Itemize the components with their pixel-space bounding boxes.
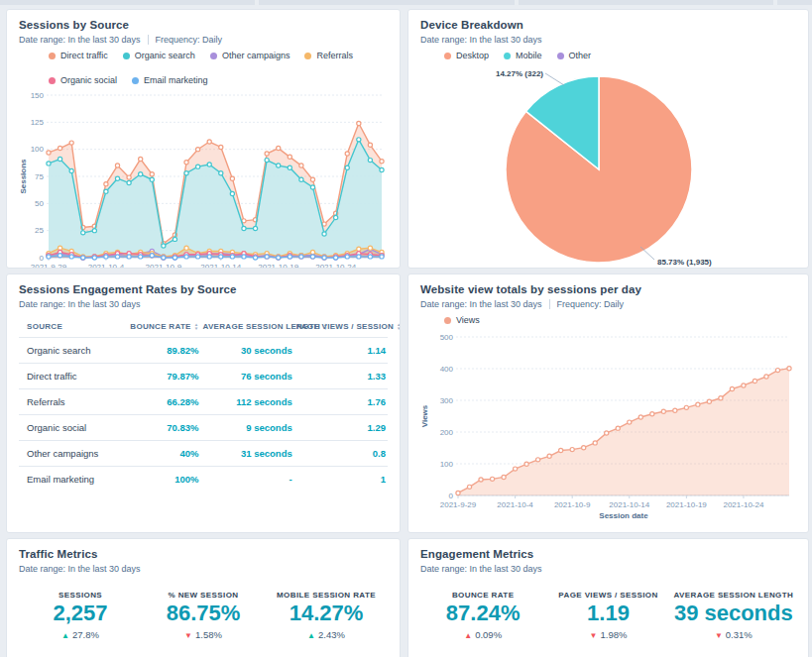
sessions-area-chart: 02550751001251502021-9-292021-10-42021-1… bbox=[19, 87, 388, 269]
legend-label: Email marketing bbox=[144, 75, 208, 85]
panel-subtitle: Date range: In the last 30 days Frequenc… bbox=[19, 35, 388, 45]
legend-dot-icon bbox=[132, 77, 139, 84]
legend-item-referrals[interactable]: Referrals bbox=[304, 51, 353, 60]
svg-text:Views: Views bbox=[420, 404, 429, 427]
svg-text:75: 75 bbox=[35, 172, 44, 181]
chart-legend: DesktopMobileOther bbox=[444, 51, 796, 60]
legend-label: Mobile bbox=[516, 51, 542, 60]
toolbar-segment bbox=[259, 0, 515, 5]
value-cell: 66.28% bbox=[107, 389, 200, 415]
chart-legend: Views bbox=[444, 315, 796, 325]
toolbar-segment bbox=[519, 0, 773, 5]
svg-text:125: 125 bbox=[31, 118, 45, 127]
pie-callout-desktop: 85.73% (1,935) bbox=[657, 258, 712, 267]
legend-item-other-campaigns[interactable]: Other campaigns bbox=[210, 51, 290, 60]
metrics-row: SESSIONS2,257▲27.8%% NEW SESSION86.75%▼1… bbox=[19, 591, 388, 640]
value-cell: 1.76 bbox=[294, 389, 388, 415]
top-toolbar-edge bbox=[0, 0, 812, 5]
metric-average-session-length: AVERAGE SESSION LENGTH39 seconds▼0.31% bbox=[671, 591, 796, 640]
up-arrow-icon: ▲ bbox=[464, 631, 472, 640]
metric-delta: ▼1.98% bbox=[545, 629, 670, 640]
column-header-page-views-session[interactable]: PAGE VIEWS / SESSION▲▼ bbox=[294, 316, 388, 338]
panel-title: Traffic Metrics bbox=[19, 548, 388, 560]
legend-dot-icon bbox=[123, 53, 130, 59]
metric-label: % NEW SESSION bbox=[142, 591, 265, 600]
legend-item-email-marketing[interactable]: Email marketing bbox=[132, 75, 208, 85]
panel-subtitle: Date range: In the last 30 days Frequenc… bbox=[420, 299, 796, 309]
svg-text:2021-10-9: 2021-10-9 bbox=[554, 500, 591, 509]
subtitle-divider bbox=[148, 35, 149, 45]
legend-dot-icon bbox=[444, 53, 451, 59]
value-cell: 112 seconds bbox=[201, 389, 294, 415]
toolbar-segment bbox=[0, 0, 255, 5]
metric-delta: ▼0.31% bbox=[671, 629, 796, 640]
source-cell: Direct traffic bbox=[19, 364, 107, 389]
metric--new-session: % NEW SESSION86.75%▼1.58% bbox=[142, 591, 265, 640]
legend-label: Views bbox=[456, 315, 480, 325]
legend-label: Direct traffic bbox=[60, 51, 108, 60]
date-range-label: Date range: In the last 30 days bbox=[420, 564, 542, 574]
value-cell: 30 seconds bbox=[201, 338, 294, 364]
delta-value: 0.31% bbox=[726, 629, 753, 640]
column-header-bounce-rate[interactable]: BOUNCE RATE▲▼ bbox=[107, 316, 200, 338]
panel-title: Website view totals by sessions per day bbox=[420, 283, 796, 295]
panel-subtitle: Date range: In the last 30 days bbox=[420, 35, 796, 45]
legend-item-organic-social[interactable]: Organic social bbox=[49, 75, 117, 85]
panel-title: Sessions by Source bbox=[19, 19, 388, 31]
legend-dot-icon bbox=[504, 53, 511, 59]
source-cell: Email marketing bbox=[19, 467, 107, 493]
legend-item-desktop[interactable]: Desktop bbox=[444, 51, 489, 60]
value-cell: 79.87% bbox=[107, 364, 200, 389]
date-range-label: Date range: In the last 30 days bbox=[19, 299, 141, 309]
source-cell: Referrals bbox=[19, 389, 107, 415]
date-range-label: Date range: In the last 30 days bbox=[420, 35, 542, 45]
legend-label: Desktop bbox=[456, 51, 489, 60]
legend-item-other[interactable]: Other bbox=[557, 51, 592, 60]
legend-dot-icon bbox=[210, 53, 217, 59]
svg-text:100: 100 bbox=[31, 145, 45, 154]
delta-value: 1.58% bbox=[195, 629, 222, 640]
panel-engagement-rates-table: Sessions Engagement Rates by Source Date… bbox=[6, 274, 401, 533]
table-row: Direct traffic79.87%76 seconds1.33 bbox=[19, 364, 388, 389]
legend-item-direct-traffic[interactable]: Direct traffic bbox=[49, 51, 108, 60]
metric-sessions: SESSIONS2,257▲27.8% bbox=[19, 591, 142, 640]
svg-text:2021-9-29: 2021-9-29 bbox=[440, 500, 477, 509]
legend-label: Organic search bbox=[135, 51, 195, 60]
pie-chart-canvas: 14.27% (322) 85.73% (1,935) bbox=[420, 62, 798, 269]
value-cell: 1.33 bbox=[294, 364, 388, 389]
svg-text:Sessions: Sessions bbox=[19, 159, 28, 194]
value-cell: 31 seconds bbox=[201, 441, 294, 467]
metric-label: BOUNCE RATE bbox=[420, 591, 545, 600]
views-area-chart: 01002003004005002021-9-292021-10-42021-1… bbox=[420, 327, 796, 521]
value-cell: 0.8 bbox=[294, 441, 388, 467]
svg-text:50: 50 bbox=[35, 199, 44, 208]
table-row: Referrals66.28%112 seconds1.76 bbox=[19, 389, 388, 415]
engagement-rates-table: SOURCE BOUNCE RATE▲▼ AVERAGE SESSION LEN… bbox=[19, 316, 388, 492]
source-cell: Other campaigns bbox=[19, 441, 107, 467]
metric-bounce-rate: BOUNCE RATE87.24%▲0.09% bbox=[420, 591, 545, 640]
metric-value: 2,257 bbox=[19, 601, 142, 626]
table-row: Email marketing100%-1 bbox=[19, 467, 388, 493]
value-cell: 70.83% bbox=[107, 415, 200, 441]
svg-text:2021-10-24: 2021-10-24 bbox=[723, 500, 763, 509]
legend-dot-icon bbox=[444, 317, 451, 324]
up-arrow-icon: ▲ bbox=[307, 631, 315, 640]
table-row: Organic search89.82%30 seconds1.14 bbox=[19, 338, 388, 364]
column-header-average-session-length[interactable]: AVERAGE SESSION LENGTH▲▼ bbox=[201, 316, 294, 338]
panel-sessions-by-source: Sessions by Source Date range: In the la… bbox=[6, 9, 401, 269]
metric-delta: ▲27.8% bbox=[19, 629, 142, 640]
source-cell: Organic social bbox=[19, 415, 107, 441]
legend-item-mobile[interactable]: Mobile bbox=[504, 51, 542, 60]
chart-legend: Direct trafficOrganic searchOther campai… bbox=[49, 51, 388, 85]
sort-icon: ▲▼ bbox=[397, 323, 401, 331]
svg-text:300: 300 bbox=[440, 396, 454, 405]
pie-slices bbox=[506, 76, 692, 263]
metric-delta: ▲2.43% bbox=[265, 629, 388, 640]
svg-text:0: 0 bbox=[40, 254, 45, 263]
metric-value: 39 seconds bbox=[671, 601, 796, 626]
legend-item-views[interactable]: Views bbox=[444, 315, 480, 325]
frequency-label: Frequency: Daily bbox=[557, 299, 625, 309]
svg-text:2021-9-29: 2021-9-29 bbox=[31, 263, 67, 269]
legend-dot-icon bbox=[304, 53, 311, 59]
legend-item-organic-search[interactable]: Organic search bbox=[123, 51, 195, 60]
